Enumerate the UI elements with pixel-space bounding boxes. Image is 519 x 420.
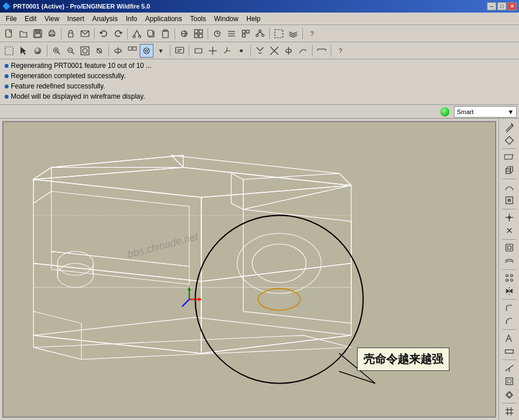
menu-item-insert[interactable]: Insert <box>64 14 88 24</box>
rotate-view-button[interactable] <box>177 27 191 41</box>
msg-text-4: Model will be displayed in wireframe dis… <box>11 91 145 102</box>
view-button[interactable] <box>125 44 139 58</box>
undo-button[interactable] <box>97 27 111 41</box>
feature-button[interactable] <box>239 27 253 41</box>
sep4 <box>175 28 175 39</box>
svg-point-28 <box>259 30 261 32</box>
trim-button[interactable] <box>267 44 281 58</box>
repaint-button[interactable] <box>92 44 106 58</box>
rt-plane-icon[interactable] <box>501 151 517 163</box>
rt-surface-icon[interactable] <box>501 134 517 146</box>
copy2-button[interactable] <box>192 27 205 41</box>
maximize-button[interactable]: □ <box>497 2 506 10</box>
menu-item-view[interactable]: View <box>41 14 63 24</box>
titlebar-controls[interactable]: ─ □ ✕ <box>487 2 517 10</box>
viewport[interactable]: bbs.chinade.net 壳命令越来越强 <box>2 121 496 418</box>
svg-marker-107 <box>505 136 513 144</box>
regenerate-button[interactable] <box>210 27 224 41</box>
relations-button[interactable] <box>225 27 238 41</box>
cut-button[interactable] <box>130 27 144 41</box>
rt-shell-icon[interactable] <box>501 241 517 253</box>
annotations-button[interactable] <box>173 44 186 58</box>
menu-item-tools[interactable]: Tools <box>186 14 209 24</box>
analysis-button[interactable]: ? <box>334 44 347 58</box>
dropdown-arrow: ▼ <box>508 108 514 115</box>
zoom-out-button[interactable] <box>64 44 78 58</box>
plane-toggle-button[interactable] <box>192 44 205 58</box>
rt-chamfer-icon[interactable] <box>501 315 517 327</box>
rt-sep2 <box>502 179 516 179</box>
paste-button[interactable] <box>159 27 172 41</box>
email-button[interactable] <box>78 27 92 41</box>
view-dropdown-btn[interactable]: ▼ <box>154 44 168 58</box>
model-tree-button[interactable] <box>253 27 267 41</box>
open-button[interactable] <box>17 27 30 41</box>
lock-button[interactable] <box>64 27 78 41</box>
rt-curve-icon[interactable] <box>501 181 517 193</box>
layers-button[interactable] <box>286 27 300 41</box>
point-toggle-button[interactable] <box>234 44 248 58</box>
rt-fill-icon[interactable] <box>501 195 517 207</box>
menu-item-file[interactable]: File <box>2 14 20 24</box>
rt-offset-icon[interactable] <box>501 375 517 387</box>
menu-item-help[interactable]: Help <box>243 14 264 24</box>
svg-line-38 <box>58 52 60 54</box>
select-button[interactable] <box>2 44 16 58</box>
rt-grid-icon[interactable] <box>501 406 517 418</box>
rt-point-icon[interactable] <box>501 225 517 237</box>
save-button[interactable] <box>31 27 44 41</box>
svg-line-31 <box>257 32 260 34</box>
orient-button[interactable] <box>111 44 125 58</box>
rt-sep7 <box>502 329 516 330</box>
menu-item-applications[interactable]: Applications <box>142 14 186 24</box>
shading-button[interactable] <box>31 44 44 58</box>
rt-sketch-icon[interactable] <box>501 121 517 133</box>
minimize-button[interactable]: ─ <box>487 2 496 10</box>
rt-extrude-icon[interactable] <box>501 164 517 176</box>
rt-axis-icon[interactable] <box>501 212 517 224</box>
hide-button[interactable] <box>272 27 286 41</box>
sweep-button[interactable] <box>296 44 310 58</box>
rt-pattern-icon[interactable] <box>501 272 517 284</box>
svg-rect-50 <box>133 47 136 50</box>
svg-rect-18 <box>199 30 202 33</box>
menu-item-info[interactable]: Info <box>123 14 141 24</box>
msg-line-4: Model will be displayed in wireframe dis… <box>5 91 514 102</box>
wireframe-button[interactable] <box>140 44 153 58</box>
spin-button[interactable] <box>253 44 267 58</box>
rt-flatten-icon[interactable] <box>501 345 517 357</box>
close-button[interactable]: ✕ <box>508 2 517 10</box>
rt-intersect-icon[interactable] <box>501 362 517 374</box>
print-button[interactable] <box>45 27 59 41</box>
svg-point-30 <box>262 34 264 37</box>
rt-thicken-icon[interactable] <box>501 255 517 267</box>
axis-toggle-button[interactable] <box>206 44 220 58</box>
sep1 <box>61 28 62 39</box>
help-button[interactable]: ? <box>305 27 319 41</box>
svg-point-119 <box>506 274 508 277</box>
smart-dropdown[interactable]: Smart ▼ <box>454 106 517 118</box>
revolve-button[interactable] <box>282 44 295 58</box>
new-button[interactable] <box>2 27 16 41</box>
select2-button[interactable] <box>17 44 30 58</box>
rt-round-icon[interactable] <box>501 302 517 314</box>
rt-mirror-icon[interactable] <box>501 285 517 297</box>
redo-button[interactable] <box>111 27 125 41</box>
menu-item-edit[interactable]: Edit <box>21 14 40 24</box>
svg-rect-56 <box>195 49 202 53</box>
menu-item-analysis[interactable]: Analysis <box>89 14 121 24</box>
csys-toggle-button[interactable] <box>220 44 234 58</box>
rt-copy-icon[interactable] <box>501 389 517 401</box>
view-dropdown[interactable]: ▼ <box>154 44 168 58</box>
zoom-in-button[interactable] <box>50 44 63 58</box>
sep14 <box>331 45 331 56</box>
rt-wf-icon[interactable] <box>501 332 517 344</box>
svg-rect-130 <box>506 378 513 385</box>
title-text: PRT0001 (Active) - Pro/ENGINEER Wildfire… <box>13 3 150 10</box>
measure-button[interactable] <box>315 44 329 58</box>
copy-button[interactable] <box>144 27 158 41</box>
sep9 <box>108 45 109 56</box>
svg-point-122 <box>510 279 513 281</box>
zoom-fit-button[interactable] <box>78 44 92 58</box>
menu-item-window[interactable]: Window <box>210 14 242 24</box>
